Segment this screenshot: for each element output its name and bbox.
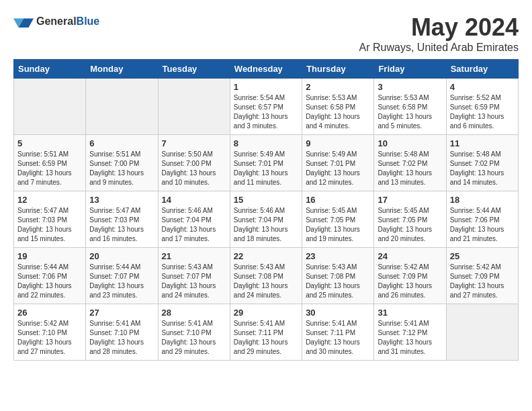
calendar-cell: 24Sunrise: 5:42 AMSunset: 7:09 PMDayligh… bbox=[374, 248, 446, 304]
day-info: Sunrise: 5:54 AMSunset: 6:57 PMDaylight:… bbox=[234, 93, 298, 131]
header-monday: Monday bbox=[86, 60, 158, 79]
day-info: Sunrise: 5:43 AMSunset: 7:08 PMDaylight:… bbox=[234, 263, 298, 300]
calendar-cell: 13Sunrise: 5:47 AMSunset: 7:03 PMDayligh… bbox=[86, 191, 158, 248]
day-number: 14 bbox=[162, 195, 226, 205]
day-info: Sunrise: 5:41 AMSunset: 7:10 PMDaylight:… bbox=[162, 319, 226, 357]
calendar-cell: 29Sunrise: 5:41 AMSunset: 7:11 PMDayligh… bbox=[230, 304, 302, 361]
calendar-cell: 30Sunrise: 5:41 AMSunset: 7:11 PMDayligh… bbox=[302, 304, 374, 361]
day-number: 5 bbox=[17, 138, 82, 148]
day-info: Sunrise: 5:53 AMSunset: 6:58 PMDaylight:… bbox=[378, 93, 442, 131]
day-info: Sunrise: 5:45 AMSunset: 7:05 PMDaylight:… bbox=[306, 206, 370, 244]
day-info: Sunrise: 5:41 AMSunset: 7:10 PMDaylight:… bbox=[89, 319, 154, 357]
day-number: 12 bbox=[17, 195, 82, 205]
calendar-cell: 6Sunrise: 5:51 AMSunset: 7:00 PMDaylight… bbox=[86, 135, 158, 191]
day-number: 4 bbox=[450, 82, 515, 92]
day-info: Sunrise: 5:43 AMSunset: 7:07 PMDaylight:… bbox=[162, 263, 226, 300]
calendar-cell: 27Sunrise: 5:41 AMSunset: 7:10 PMDayligh… bbox=[86, 304, 158, 361]
calendar-cell: 8Sunrise: 5:49 AMSunset: 7:01 PMDaylight… bbox=[230, 135, 302, 191]
day-info: Sunrise: 5:42 AMSunset: 7:10 PMDaylight:… bbox=[17, 319, 82, 357]
logo: GeneralBlue bbox=[13, 13, 99, 30]
day-info: Sunrise: 5:45 AMSunset: 7:05 PMDaylight:… bbox=[378, 206, 442, 244]
calendar-week-2: 5Sunrise: 5:51 AMSunset: 6:59 PMDaylight… bbox=[14, 135, 519, 191]
calendar-cell: 25Sunrise: 5:42 AMSunset: 7:09 PMDayligh… bbox=[446, 248, 518, 304]
header-saturday: Saturday bbox=[446, 60, 518, 79]
calendar-cell bbox=[158, 79, 230, 135]
day-number: 6 bbox=[89, 138, 154, 148]
day-info: Sunrise: 5:49 AMSunset: 7:01 PMDaylight:… bbox=[306, 150, 370, 187]
day-info: Sunrise: 5:53 AMSunset: 6:58 PMDaylight:… bbox=[306, 93, 370, 131]
day-number: 2 bbox=[306, 82, 370, 92]
header-wednesday: Wednesday bbox=[230, 60, 302, 79]
day-number: 25 bbox=[450, 251, 515, 261]
calendar-cell: 28Sunrise: 5:41 AMSunset: 7:10 PMDayligh… bbox=[158, 304, 230, 361]
header-sunday: Sunday bbox=[14, 60, 86, 79]
day-number: 1 bbox=[234, 82, 298, 92]
calendar-cell bbox=[446, 304, 518, 361]
calendar-cell: 1Sunrise: 5:54 AMSunset: 6:57 PMDaylight… bbox=[230, 79, 302, 135]
day-number: 21 bbox=[162, 251, 226, 261]
day-info: Sunrise: 5:44 AMSunset: 7:06 PMDaylight:… bbox=[450, 206, 515, 244]
logo-blue: Blue bbox=[77, 15, 100, 27]
day-info: Sunrise: 5:51 AMSunset: 7:00 PMDaylight:… bbox=[89, 150, 154, 187]
day-number: 18 bbox=[450, 195, 515, 205]
calendar-cell bbox=[14, 79, 86, 135]
day-number: 8 bbox=[234, 138, 298, 148]
calendar-cell: 14Sunrise: 5:46 AMSunset: 7:04 PMDayligh… bbox=[158, 191, 230, 248]
calendar-cell: 4Sunrise: 5:52 AMSunset: 6:59 PMDaylight… bbox=[446, 79, 518, 135]
day-info: Sunrise: 5:43 AMSunset: 7:08 PMDaylight:… bbox=[306, 263, 370, 300]
page-header: GeneralBlue May 2024 Ar Ruways, United A… bbox=[13, 13, 519, 54]
day-number: 29 bbox=[234, 308, 298, 318]
calendar-week-1: 1Sunrise: 5:54 AMSunset: 6:57 PMDaylight… bbox=[14, 79, 519, 135]
title-block: May 2024 Ar Ruways, United Arab Emirates bbox=[359, 13, 519, 54]
day-number: 10 bbox=[378, 138, 442, 148]
day-info: Sunrise: 5:41 AMSunset: 7:11 PMDaylight:… bbox=[306, 319, 370, 357]
day-number: 31 bbox=[378, 308, 442, 318]
day-number: 20 bbox=[89, 251, 154, 261]
calendar-cell: 2Sunrise: 5:53 AMSunset: 6:58 PMDaylight… bbox=[302, 79, 374, 135]
calendar-week-3: 12Sunrise: 5:47 AMSunset: 7:03 PMDayligh… bbox=[14, 191, 519, 248]
day-number: 26 bbox=[17, 308, 82, 318]
day-info: Sunrise: 5:47 AMSunset: 7:03 PMDaylight:… bbox=[89, 206, 154, 244]
day-info: Sunrise: 5:48 AMSunset: 7:02 PMDaylight:… bbox=[378, 150, 442, 187]
day-info: Sunrise: 5:44 AMSunset: 7:07 PMDaylight:… bbox=[89, 263, 154, 300]
location-title: Ar Ruways, United Arab Emirates bbox=[359, 42, 519, 54]
calendar-cell: 12Sunrise: 5:47 AMSunset: 7:03 PMDayligh… bbox=[14, 191, 86, 248]
day-info: Sunrise: 5:44 AMSunset: 7:06 PMDaylight:… bbox=[17, 263, 82, 300]
day-info: Sunrise: 5:47 AMSunset: 7:03 PMDaylight:… bbox=[17, 206, 82, 244]
day-number: 19 bbox=[17, 251, 82, 261]
day-number: 13 bbox=[89, 195, 154, 205]
day-info: Sunrise: 5:48 AMSunset: 7:02 PMDaylight:… bbox=[450, 150, 515, 187]
day-number: 16 bbox=[306, 195, 370, 205]
calendar-cell: 21Sunrise: 5:43 AMSunset: 7:07 PMDayligh… bbox=[158, 248, 230, 304]
day-info: Sunrise: 5:49 AMSunset: 7:01 PMDaylight:… bbox=[234, 150, 298, 187]
calendar-header-row: SundayMondayTuesdayWednesdayThursdayFrid… bbox=[14, 60, 519, 79]
day-info: Sunrise: 5:46 AMSunset: 7:04 PMDaylight:… bbox=[234, 206, 298, 244]
calendar-cell: 31Sunrise: 5:41 AMSunset: 7:12 PMDayligh… bbox=[374, 304, 446, 361]
day-number: 17 bbox=[378, 195, 442, 205]
day-number: 15 bbox=[234, 195, 298, 205]
day-info: Sunrise: 5:51 AMSunset: 6:59 PMDaylight:… bbox=[17, 150, 82, 187]
calendar-cell: 3Sunrise: 5:53 AMSunset: 6:58 PMDaylight… bbox=[374, 79, 446, 135]
day-number: 27 bbox=[89, 308, 154, 318]
header-friday: Friday bbox=[374, 60, 446, 79]
calendar-cell bbox=[86, 79, 158, 135]
calendar-cell: 7Sunrise: 5:50 AMSunset: 7:00 PMDaylight… bbox=[158, 135, 230, 191]
logo-general: General bbox=[36, 15, 77, 27]
calendar-week-5: 26Sunrise: 5:42 AMSunset: 7:10 PMDayligh… bbox=[14, 304, 519, 361]
day-info: Sunrise: 5:42 AMSunset: 7:09 PMDaylight:… bbox=[378, 263, 442, 300]
day-number: 28 bbox=[162, 308, 226, 318]
calendar-cell: 10Sunrise: 5:48 AMSunset: 7:02 PMDayligh… bbox=[374, 135, 446, 191]
calendar-cell: 20Sunrise: 5:44 AMSunset: 7:07 PMDayligh… bbox=[86, 248, 158, 304]
day-number: 3 bbox=[378, 82, 442, 92]
day-number: 11 bbox=[450, 138, 515, 148]
day-number: 9 bbox=[306, 138, 370, 148]
day-number: 7 bbox=[162, 138, 226, 148]
calendar-cell: 19Sunrise: 5:44 AMSunset: 7:06 PMDayligh… bbox=[14, 248, 86, 304]
logo-icon bbox=[13, 13, 34, 30]
header-tuesday: Tuesday bbox=[158, 60, 230, 79]
calendar-cell: 26Sunrise: 5:42 AMSunset: 7:10 PMDayligh… bbox=[14, 304, 86, 361]
day-info: Sunrise: 5:46 AMSunset: 7:04 PMDaylight:… bbox=[162, 206, 226, 244]
calendar-cell: 18Sunrise: 5:44 AMSunset: 7:06 PMDayligh… bbox=[446, 191, 518, 248]
calendar-cell: 15Sunrise: 5:46 AMSunset: 7:04 PMDayligh… bbox=[230, 191, 302, 248]
calendar-cell: 11Sunrise: 5:48 AMSunset: 7:02 PMDayligh… bbox=[446, 135, 518, 191]
